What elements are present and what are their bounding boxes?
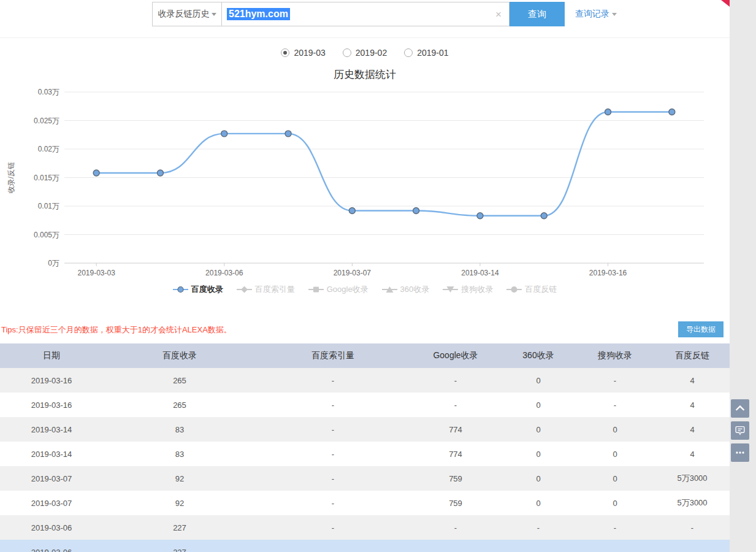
comment-icon (733, 424, 747, 437)
table-cell: 4 (655, 401, 730, 410)
table-cell: 2019-03-14 (0, 450, 103, 459)
svg-text:0.015万: 0.015万 (34, 174, 59, 182)
month-filter-group: 2019-032019-022019-01 (0, 48, 730, 58)
legend-triangle-marker-icon (382, 286, 397, 293)
history-data-table: 日期百度收录百度索引量Google收录360收录搜狗收录百度反链2019-03-… (0, 343, 730, 552)
query-history-label: 查询记录 (575, 9, 609, 20)
tips-text: Tips:只保留近三个月的数据，权重大于1的才会统计ALEXA数据。 (1, 324, 232, 335)
legend-label: Google收录 (327, 284, 368, 295)
svg-text:0万: 0万 (48, 259, 59, 267)
svg-text:0.01万: 0.01万 (38, 202, 59, 210)
table-cell: - (256, 474, 410, 483)
legend-label: 搜狗收录 (461, 284, 493, 295)
legend-label: 百度收录 (191, 284, 223, 295)
table-cell: 759 (410, 499, 502, 508)
more-button[interactable] (731, 443, 749, 462)
table-cell: 92 (103, 474, 256, 483)
legend-diamond-marker-icon (237, 286, 252, 293)
table-cell: - (256, 401, 410, 410)
domain-input[interactable]: 521hym.com × (222, 2, 510, 26)
legend-item-2[interactable]: 百度索引量 (237, 284, 295, 295)
month-radio-2019-02[interactable]: 2019-02 (343, 48, 387, 58)
page: 收录反链历史 521hym.com × 查询 查询记录 2019-032019-… (0, 0, 756, 552)
table-cell: 2019-03-06 (0, 523, 103, 532)
table-cell: - (655, 523, 730, 532)
table-row[interactable]: 2019-03-06227----- (0, 540, 730, 552)
chevron-down-icon (612, 13, 617, 16)
table-cell: 774 (410, 425, 502, 434)
table-row[interactable]: 2019-03-0792-759005万3000 (0, 491, 730, 515)
table-cell: 2019-03-16 (0, 376, 103, 385)
table-cell: 0 (575, 499, 655, 508)
table-cell: - (256, 425, 410, 434)
legend-circle-marker-icon (506, 286, 522, 293)
table-row[interactable]: 2019-03-16265--0-4 (0, 393, 730, 417)
svg-text:2019-03-16: 2019-03-16 (589, 269, 627, 277)
chart-legend: 百度收录百度索引量Google收录360收录搜狗收录百度反链 (0, 284, 730, 295)
corner-ribbon (721, 0, 730, 7)
history-line-chart: 0万0.005万0.01万0.015万0.02万0.025万0.03万收录/反链… (0, 85, 730, 285)
table-row[interactable]: 2019-03-06227----- (0, 515, 730, 540)
legend-item-1[interactable]: 百度收录 (173, 284, 223, 295)
ellipsis-icon (733, 446, 747, 459)
table-cell: - (256, 523, 410, 532)
table-cell: - (410, 523, 502, 532)
page-side-strip (730, 0, 756, 552)
legend-item-4[interactable]: 360收录 (382, 284, 430, 295)
table-cell: - (256, 450, 410, 459)
legend-square-marker-icon (308, 286, 324, 293)
legend-item-5[interactable]: 搜狗收录 (443, 284, 493, 295)
svg-text:0.03万: 0.03万 (38, 88, 59, 96)
table-cell: 265 (103, 376, 256, 385)
table-row[interactable]: 2019-03-1483-774004 (0, 417, 730, 442)
table-cell: - (502, 548, 575, 552)
svg-text:2019-03-03: 2019-03-03 (77, 269, 115, 277)
table-cell: - (410, 401, 502, 410)
search-group: 收录反链历史 521hym.com × 查询 查询记录 (152, 2, 617, 26)
legend-triangle-down-marker-icon (443, 286, 458, 293)
back-to-top-button[interactable] (731, 399, 749, 418)
export-data-button[interactable]: 导出数据 (678, 321, 724, 337)
floating-toolbar (731, 399, 749, 462)
table-row[interactable]: 2019-03-0792-759005万3000 (0, 466, 730, 491)
table-row[interactable]: 2019-03-16265--0-4 (0, 368, 730, 393)
month-radio-2019-01[interactable]: 2019-01 (404, 48, 448, 58)
table-cell: 5万3000 (655, 497, 730, 508)
chevron-down-icon (212, 13, 216, 16)
table-cell: 0 (502, 425, 575, 434)
radio-circle-icon (343, 48, 351, 57)
table-cell: - (655, 548, 730, 552)
table-cell: 227 (103, 548, 256, 552)
table-header-cell: 日期 (0, 350, 103, 361)
table-cell: - (256, 376, 410, 385)
table-row[interactable]: 2019-03-1483-774004 (0, 442, 730, 466)
clear-input-icon[interactable]: × (495, 9, 502, 20)
table-cell: 83 (103, 425, 256, 434)
legend-label: 百度索引量 (255, 284, 295, 295)
table-cell: - (410, 376, 502, 385)
table-cell: 5万3000 (655, 473, 730, 484)
table-cell: 0 (502, 450, 575, 459)
legend-circle-marker-icon (173, 286, 188, 293)
month-radio-label: 2019-03 (294, 48, 325, 58)
query-history-link[interactable]: 查询记录 (575, 2, 617, 26)
legend-label: 360收录 (400, 284, 430, 295)
feedback-button[interactable] (731, 421, 749, 440)
search-type-select[interactable]: 收录反链历史 (152, 2, 222, 26)
month-radio-label: 2019-01 (417, 48, 448, 58)
chart-title: 历史数据统计 (0, 67, 730, 82)
query-button[interactable]: 查询 (510, 2, 565, 26)
table-cell: 2019-03-06 (0, 548, 103, 552)
table-cell: - (502, 523, 575, 532)
table-cell: 0 (575, 474, 655, 483)
table-cell: 2019-03-07 (0, 474, 103, 483)
month-radio-2019-03[interactable]: 2019-03 (281, 48, 325, 58)
table-cell: 0 (502, 499, 575, 508)
table-cell: 2019-03-14 (0, 425, 103, 434)
legend-label: 百度反链 (525, 284, 557, 295)
table-cell: - (256, 548, 410, 552)
table-cell: 0 (502, 474, 575, 483)
legend-item-3[interactable]: Google收录 (308, 284, 368, 295)
legend-item-6[interactable]: 百度反链 (506, 284, 557, 295)
table-cell: 0 (502, 401, 575, 410)
